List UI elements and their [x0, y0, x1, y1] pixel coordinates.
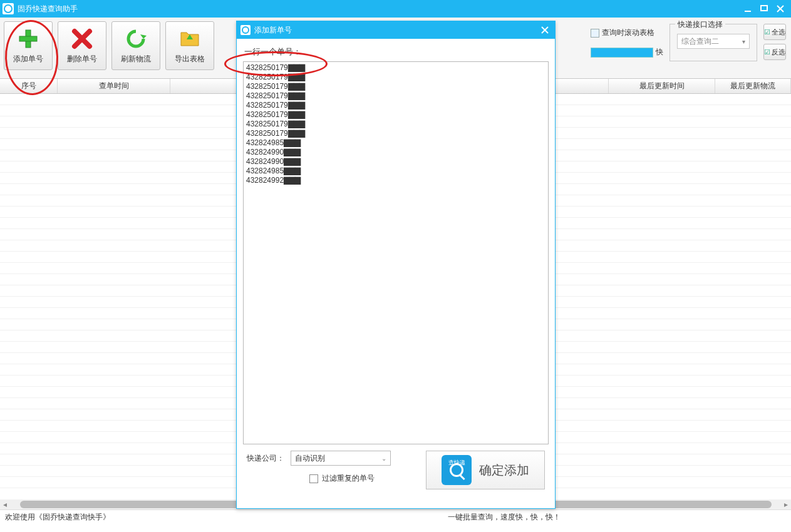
scroll-checkbox[interactable]: [591, 29, 599, 38]
refresh-button[interactable]: 刷新物流: [111, 21, 160, 70]
confirm-add-label: 确定添加: [479, 462, 529, 479]
checkbox-icon: ☑: [764, 48, 770, 56]
add-button-label: 添加单号: [13, 54, 43, 64]
modal-close-button[interactable]: [539, 24, 551, 36]
company-select[interactable]: 自动识别 ⌄: [291, 451, 391, 466]
col-update-logistics[interactable]: 最后更新物流: [715, 79, 791, 93]
tracking-textarea[interactable]: [243, 61, 549, 444]
scroll-left-icon[interactable]: ◂: [0, 499, 10, 509]
checkbox-icon: ☑: [764, 28, 770, 36]
plus-icon: [17, 28, 39, 50]
svg-rect-1: [761, 6, 767, 11]
invert-label: 反选: [772, 48, 785, 57]
col-update-time[interactable]: 最后更新时间: [609, 79, 715, 93]
svg-rect-0: [745, 11, 751, 12]
maximize-button[interactable]: [756, 1, 772, 17]
status-left: 欢迎使用《固乔快递查询快手》: [5, 512, 110, 523]
col-index[interactable]: 序号: [0, 79, 58, 93]
col-query-time[interactable]: 查单时间: [58, 79, 170, 93]
api-select[interactable]: 综合查询二 ▾: [677, 34, 750, 49]
company-select-value: 自动识别: [295, 453, 325, 464]
progress-block: 查询时滚动表格 快: [591, 28, 663, 58]
refresh-button-label: 刷新物流: [121, 54, 151, 64]
export-button-label: 导出表格: [175, 54, 205, 64]
folder-icon: [178, 28, 201, 50]
title-bar: 固乔快递查询助手: [0, 0, 791, 18]
add-tracking-modal: 添加新单号 一行一个单号： 快递公司： 自动识别 ⌄ 过滤重复的单号: [236, 21, 556, 509]
delete-button[interactable]: 删除单号: [58, 21, 106, 70]
close-button[interactable]: [772, 1, 788, 17]
scroll-right-icon[interactable]: ▸: [781, 499, 791, 509]
scroll-checkbox-label: 查询时滚动表格: [602, 28, 654, 38]
x-icon: [71, 28, 93, 50]
svg-marker-8: [140, 34, 147, 39]
app-icon: [3, 3, 14, 14]
company-label: 快递公司：: [247, 453, 284, 464]
filter-duplicate-label: 过滤重复的单号: [322, 473, 375, 484]
select-all-label: 全选: [772, 28, 785, 37]
confirm-add-button[interactable]: 查快递 确定添加: [426, 451, 545, 489]
modal-title: 添加新单号: [254, 25, 539, 36]
api-select-value: 综合查询二: [681, 36, 719, 47]
add-button[interactable]: 添加单号: [4, 21, 53, 70]
delete-button-label: 删除单号: [67, 54, 97, 64]
chevron-down-icon: ▾: [742, 38, 745, 45]
api-select-fieldset: 快递接口选择 综合查询二 ▾: [670, 24, 757, 61]
search-express-icon: 查快递: [442, 455, 472, 485]
api-select-legend: 快递接口选择: [675, 19, 725, 30]
status-bar: 欢迎使用《固乔快递查询快手》 一键批量查询，速度快，快，快！: [0, 509, 791, 524]
search-icon: [240, 25, 251, 35]
progress-label: 快: [656, 47, 663, 58]
select-all-button[interactable]: ☑ 全选: [763, 24, 786, 40]
export-button[interactable]: 导出表格: [165, 21, 214, 70]
minimize-button[interactable]: [740, 1, 756, 17]
window-title: 固乔快递查询助手: [18, 4, 740, 14]
chevron-down-icon: ⌄: [381, 455, 386, 462]
refresh-icon: [125, 28, 147, 50]
invert-selection-button[interactable]: ☑ 反选: [763, 44, 786, 60]
modal-header: 添加新单号: [237, 21, 555, 39]
modal-instruction: 一行一个单号：: [243, 46, 549, 58]
svg-rect-5: [19, 36, 37, 41]
status-right: 一键批量查询，速度快，快，快！: [448, 512, 561, 523]
progress-bar: [591, 48, 653, 58]
filter-duplicate-checkbox[interactable]: [309, 474, 318, 483]
